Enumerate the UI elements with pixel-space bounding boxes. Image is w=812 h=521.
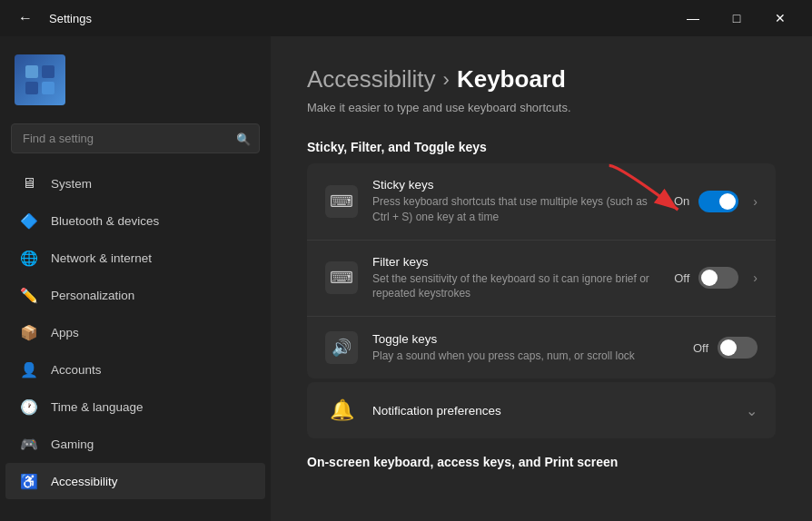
close-button[interactable]: ✕ bbox=[759, 4, 801, 33]
search-box: 🔍 bbox=[11, 123, 260, 153]
breadcrumb-separator: › bbox=[443, 68, 450, 92]
sidebar-item-system[interactable]: 🖥 System bbox=[5, 165, 265, 202]
toggle-keys-toggle-label: Off bbox=[693, 341, 708, 355]
bluetooth-icon: 🔷 bbox=[20, 211, 38, 230]
toggle-keys-icon: 🔊 bbox=[325, 331, 358, 364]
bottom-section: On-screen keyboard, access keys, and Pri… bbox=[307, 455, 776, 469]
filter-keys-chevron: › bbox=[753, 270, 758, 285]
sidebar-item-personalization[interactable]: ✏️ Personalization bbox=[5, 277, 265, 313]
sidebar-item-network[interactable]: 🌐 Network & internet bbox=[5, 240, 265, 276]
app-title: Settings bbox=[49, 12, 92, 25]
sidebar-label-accessibility: Accessibility bbox=[51, 475, 118, 488]
toggle-keys-toggle[interactable] bbox=[718, 337, 758, 359]
accessibility-icon: ♿ bbox=[20, 472, 38, 490]
sidebar-label-apps: Apps bbox=[51, 326, 79, 339]
avatar bbox=[15, 54, 65, 105]
search-icon: 🔍 bbox=[236, 132, 251, 145]
svg-rect-2 bbox=[25, 82, 38, 94]
filter-keys-icon: ⌨ bbox=[325, 261, 358, 294]
sticky-keys-toggle-label: On bbox=[674, 194, 689, 208]
sticky-keys-desc: Press keyboard shortcuts that use multip… bbox=[372, 194, 659, 225]
accounts-icon: 👤 bbox=[20, 360, 38, 378]
system-icon: 🖥 bbox=[20, 174, 38, 192]
sticky-keys-title: Sticky keys bbox=[372, 178, 659, 192]
sticky-keys-control: On › bbox=[674, 191, 758, 212]
notification-chevron: ⌄ bbox=[746, 402, 758, 419]
sidebar: 🔍 🖥 System 🔷 Bluetooth & devices 🌐 Netwo… bbox=[0, 36, 271, 521]
titlebar: ← Settings — □ ✕ bbox=[0, 0, 812, 36]
sidebar-label-bluetooth: Bluetooth & devices bbox=[51, 214, 159, 228]
toggle-keys-desc: Play a sound when you press caps, num, o… bbox=[372, 349, 678, 364]
apps-icon: 📦 bbox=[20, 323, 38, 341]
sidebar-label-time: Time & language bbox=[51, 400, 144, 414]
svg-rect-3 bbox=[42, 82, 54, 94]
minimize-button[interactable]: — bbox=[672, 4, 714, 33]
filter-keys-text: Filter keys Set the sensitivity of the k… bbox=[372, 255, 659, 302]
section2-title: On-screen keyboard, access keys, and Pri… bbox=[307, 455, 776, 469]
filter-keys-toggle[interactable] bbox=[698, 267, 738, 289]
sticky-keys-toggle-thumb bbox=[719, 193, 736, 210]
filter-keys-title: Filter keys bbox=[372, 255, 659, 269]
keyboard-settings-card: ⌨ Sticky keys Press keyboard shortcuts t… bbox=[307, 163, 776, 378]
sticky-keys-text: Sticky keys Press keyboard shortcuts tha… bbox=[372, 178, 659, 225]
sidebar-label-gaming: Gaming bbox=[51, 437, 94, 451]
notification-row[interactable]: 🔔 Notification preferences ⌄ bbox=[307, 382, 776, 438]
sidebar-label-accounts: Accounts bbox=[51, 363, 102, 377]
notification-card[interactable]: 🔔 Notification preferences ⌄ bbox=[307, 382, 776, 438]
filter-keys-desc: Set the sensitivity of the keyboard so i… bbox=[372, 271, 659, 302]
sidebar-item-time[interactable]: 🕐 Time & language bbox=[5, 388, 265, 425]
search-input[interactable] bbox=[11, 123, 260, 153]
main-layout: 🔍 🖥 System 🔷 Bluetooth & devices 🌐 Netwo… bbox=[0, 36, 812, 521]
settings-row-filter-keys[interactable]: ⌨ Filter keys Set the sensitivity of the… bbox=[307, 241, 776, 318]
sidebar-label-system: System bbox=[51, 177, 92, 191]
content-area: Accessibility › Keyboard Make it easier … bbox=[271, 36, 812, 521]
sidebar-item-bluetooth[interactable]: 🔷 Bluetooth & devices bbox=[5, 202, 265, 239]
breadcrumb-current: Keyboard bbox=[457, 65, 566, 93]
toggle-keys-text: Toggle keys Play a sound when you press … bbox=[372, 332, 678, 364]
page-subtitle: Make it easier to type and use keyboard … bbox=[307, 101, 776, 114]
bell-icon: 🔔 bbox=[325, 398, 358, 422]
sidebar-item-accounts[interactable]: 👤 Accounts bbox=[5, 351, 265, 388]
personalization-icon: ✏️ bbox=[20, 286, 38, 304]
sidebar-item-gaming[interactable]: 🎮 Gaming bbox=[5, 426, 265, 462]
toggle-keys-title: Toggle keys bbox=[372, 332, 678, 346]
sidebar-label-personalization: Personalization bbox=[51, 289, 134, 302]
breadcrumb: Accessibility › Keyboard bbox=[307, 65, 776, 93]
svg-rect-0 bbox=[25, 65, 38, 78]
sticky-keys-toggle[interactable] bbox=[698, 191, 738, 212]
sticky-keys-chevron: › bbox=[753, 194, 758, 209]
filter-keys-toggle-thumb bbox=[701, 270, 718, 286]
filter-keys-toggle-label: Off bbox=[674, 271, 689, 285]
titlebar-left: ← Settings bbox=[11, 4, 92, 33]
toggle-keys-toggle-thumb bbox=[720, 339, 737, 356]
sidebar-label-network: Network & internet bbox=[51, 251, 152, 265]
sidebar-item-accessibility[interactable]: ♿ Accessibility bbox=[5, 463, 265, 499]
toggle-keys-control: Off bbox=[693, 337, 758, 359]
filter-keys-control: Off › bbox=[674, 267, 758, 289]
notification-label: Notification preferences bbox=[372, 404, 731, 418]
maximize-button[interactable]: □ bbox=[716, 4, 758, 33]
section1-title: Sticky, Filter, and Toggle keys bbox=[307, 140, 776, 154]
nav-list: 🖥 System 🔷 Bluetooth & devices 🌐 Network… bbox=[0, 164, 271, 500]
profile-section bbox=[0, 44, 271, 116]
sidebar-item-apps[interactable]: 📦 Apps bbox=[5, 314, 265, 350]
settings-row-sticky-keys[interactable]: ⌨ Sticky keys Press keyboard shortcuts t… bbox=[307, 163, 776, 241]
network-icon: 🌐 bbox=[20, 249, 38, 267]
gaming-icon: 🎮 bbox=[20, 435, 38, 453]
content-wrapper: Accessibility › Keyboard Make it easier … bbox=[307, 65, 776, 469]
settings-row-toggle-keys[interactable]: 🔊 Toggle keys Play a sound when you pres… bbox=[307, 317, 776, 378]
back-button[interactable]: ← bbox=[11, 4, 40, 33]
time-icon: 🕐 bbox=[20, 398, 38, 416]
window-controls: — □ ✕ bbox=[672, 4, 801, 33]
svg-rect-1 bbox=[42, 65, 54, 78]
breadcrumb-parent[interactable]: Accessibility bbox=[307, 65, 436, 93]
sticky-keys-icon: ⌨ bbox=[325, 185, 358, 218]
